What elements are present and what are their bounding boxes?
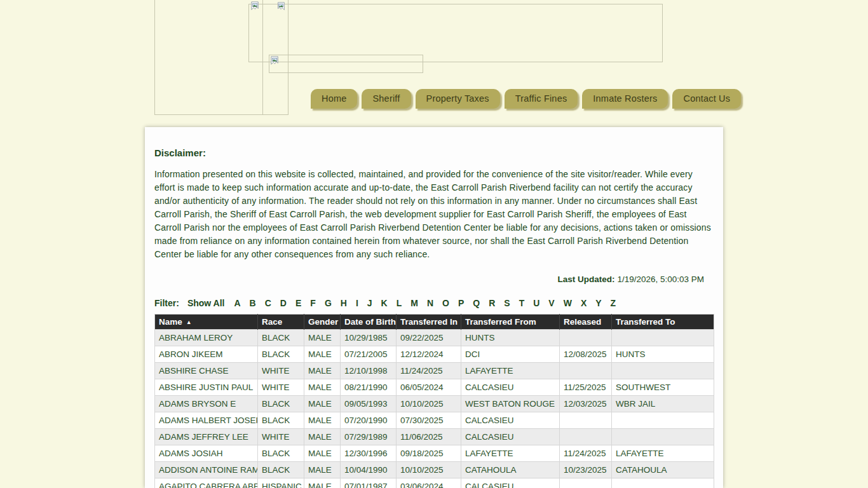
filter-letter-F[interactable]: F [310, 298, 316, 308]
nav-button-home[interactable]: Home [311, 89, 357, 109]
table-cell [560, 478, 612, 488]
filter-letter-P[interactable]: P [458, 298, 464, 308]
table-cell: BLACK [258, 412, 304, 429]
broken-image-icon [250, 1, 261, 12]
filter-letter-T[interactable]: T [519, 298, 525, 308]
filter-letter-U[interactable]: U [533, 298, 539, 308]
table-cell: CATAHOULA [461, 462, 560, 478]
table-cell [612, 412, 714, 429]
filter-letter-E[interactable]: E [295, 298, 301, 308]
table-cell: 10/10/2025 [397, 462, 461, 478]
table-cell: 12/03/2025 [560, 396, 612, 412]
column-header-transferred-in[interactable]: Transferred In [397, 315, 461, 330]
table-cell: WHITE [258, 429, 304, 445]
table-cell: 07/01/1987 [341, 478, 397, 488]
table-cell: 11/24/2025 [397, 363, 461, 379]
filter-bar: Filter: Show All ABCDEFGHIJKLMNOPQRSTUVW… [154, 298, 714, 308]
filter-show-all-link[interactable]: Show All [187, 298, 225, 308]
column-header-transferred-from[interactable]: Transferred From [461, 315, 560, 330]
table-cell: WEST BATON ROUGE [461, 396, 560, 412]
filter-letter-I[interactable]: I [356, 298, 358, 308]
table-row: ADAMS JEFFREY LEEWHITEMALE07/29/198911/0… [155, 429, 714, 445]
filter-letter-A[interactable]: A [234, 298, 240, 308]
table-cell: 12/30/1996 [341, 445, 397, 462]
filter-letter-J[interactable]: J [367, 298, 372, 308]
nav-button-sheriff[interactable]: Sheriff [362, 89, 410, 109]
table-cell: BLACK [258, 462, 304, 478]
table-cell: 11/06/2025 [397, 429, 461, 445]
table-cell: CALCASIEU [461, 379, 560, 396]
filter-letter-G[interactable]: G [325, 298, 332, 308]
column-header-transferred-to[interactable]: Transferred To [612, 315, 714, 330]
table-cell: MALE [304, 379, 341, 396]
table-cell: ADAMS BRYSON E [155, 396, 258, 412]
table-cell: 03/06/2024 [397, 478, 461, 488]
column-header-date-of-birth[interactable]: Date of Birth [341, 315, 397, 330]
table-cell: 06/05/2024 [397, 379, 461, 396]
content-panel: Disclaimer: Information presented on thi… [145, 127, 723, 488]
table-cell [612, 478, 714, 488]
table-cell: LAFAYETTE [461, 445, 560, 462]
filter-letter-N[interactable]: N [427, 298, 433, 308]
broken-image-icon [269, 56, 280, 67]
table-cell: DCI [461, 346, 560, 363]
table-cell: AGAPITO CABRERA ABEL [155, 478, 258, 488]
table-cell [612, 363, 714, 379]
header-subtitle-box [269, 55, 423, 73]
filter-letter-D[interactable]: D [280, 298, 287, 308]
filter-letter-K[interactable]: K [381, 298, 388, 308]
table-cell: 10/10/2025 [397, 396, 461, 412]
roster-table: Name▲RaceGenderDate of BirthTransferred … [154, 314, 714, 488]
table-row: ABRAHAM LEROYBLACKMALE10/29/198509/22/20… [155, 330, 714, 346]
filter-letter-R[interactable]: R [489, 298, 495, 308]
table-cell: 08/21/1990 [341, 379, 397, 396]
disclaimer-heading: Disclaimer: [154, 147, 714, 158]
filter-letter-Z[interactable]: Z [611, 298, 616, 308]
filter-letter-M[interactable]: M [410, 298, 418, 308]
table-cell: BLACK [258, 396, 304, 412]
header-box-divider [262, 0, 263, 114]
table-cell [560, 330, 612, 346]
table-cell: ABRON JIKEEM [155, 346, 258, 363]
filter-letter-L[interactable]: L [397, 298, 402, 308]
filter-letter-Y[interactable]: Y [595, 298, 601, 308]
column-header-name[interactable]: Name▲ [155, 315, 258, 330]
filter-letter-Q[interactable]: Q [473, 298, 480, 308]
table-cell: MALE [304, 429, 341, 445]
table-cell: WHITE [258, 363, 304, 379]
table-cell: MALE [304, 363, 341, 379]
table-cell: CALCASIEU [461, 429, 560, 445]
filter-letter-V[interactable]: V [548, 298, 554, 308]
table-cell: CALCASIEU [461, 478, 560, 488]
filter-letter-S[interactable]: S [504, 298, 510, 308]
table-row: ADDISON ANTOINE RAMONBLACKMALE10/04/1990… [155, 462, 714, 478]
table-row: ABRON JIKEEMBLACKMALE07/21/200512/12/202… [155, 346, 714, 363]
filter-letter-X[interactable]: X [581, 298, 587, 308]
column-header-race[interactable]: Race [258, 315, 304, 330]
nav-button-contact-us[interactable]: Contact Us [672, 89, 741, 109]
filter-letter-C[interactable]: C [265, 298, 271, 308]
table-cell: BLACK [258, 346, 304, 363]
nav-button-property-taxes[interactable]: Property Taxes [416, 89, 500, 109]
table-cell: ADAMS HALBERT JOSEPH [155, 412, 258, 429]
filter-letter-O[interactable]: O [442, 298, 449, 308]
table-cell: 10/04/1990 [341, 462, 397, 478]
filter-letter-H[interactable]: H [341, 298, 347, 308]
table-cell: HUNTS [612, 346, 714, 363]
nav-button-traffic-fines[interactable]: Traffic Fines [505, 89, 578, 109]
table-cell: ABRAHAM LEROY [155, 330, 258, 346]
table-row: ADAMS JOSIAHBLACKMALE12/30/199609/18/202… [155, 445, 714, 462]
table-cell: 12/08/2025 [560, 346, 612, 363]
table-cell: LAFAYETTE [461, 363, 560, 379]
table-cell: 07/20/1990 [341, 412, 397, 429]
column-header-gender[interactable]: Gender [304, 315, 341, 330]
filter-letters: ABCDEFGHIJKLMNOPQRSTUVWXYZ [234, 298, 616, 308]
last-updated: Last Updated: 1/19/2026, 5:00:03 PM [154, 274, 714, 284]
table-cell: ADAMS JOSIAH [155, 445, 258, 462]
filter-letter-W[interactable]: W [564, 298, 572, 308]
filter-letter-B[interactable]: B [250, 298, 256, 308]
table-cell: 10/23/2025 [560, 462, 612, 478]
nav-button-inmate-rosters[interactable]: Inmate Rosters [582, 89, 668, 109]
column-header-released[interactable]: Released [560, 315, 612, 330]
table-cell: 11/24/2025 [560, 445, 612, 462]
